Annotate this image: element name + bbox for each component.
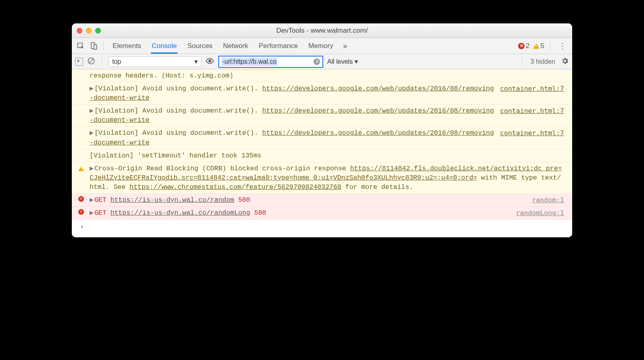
inspect-element-icon[interactable] xyxy=(75,40,86,52)
log-row: response headers. (Host: s.yimg.com) xyxy=(72,69,572,82)
source-link[interactable]: container.html:7 xyxy=(500,128,564,147)
error-url[interactable]: https://is-us-dyn.wal.co/randomLong xyxy=(111,209,251,217)
log-message: ▶GET https://is-us-dyn.wal.co/randomLong… xyxy=(90,208,512,218)
clear-console-icon[interactable] xyxy=(87,57,95,67)
log-row: [Violation] 'setTimeout' handler took 13… xyxy=(72,149,572,162)
context-value: top xyxy=(112,58,121,65)
log-row: ▶[Violation] Avoid using document.write(… xyxy=(72,127,572,149)
console-filterbar: top ▾ -url:https://b.wal.co ✕ All levels… xyxy=(72,54,572,69)
log-row: ✕ ▶GET https://is-us-dyn.wal.co/random 5… xyxy=(72,194,572,207)
corb-feature-link[interactable]: https://www.chromestatus.com/feature/562… xyxy=(130,183,341,191)
chevron-down-icon: ▾ xyxy=(194,58,198,65)
more-tabs-icon[interactable]: » xyxy=(343,41,347,50)
log-message: ▶[Violation] Avoid using document.write(… xyxy=(90,84,496,103)
tab-memory[interactable]: Memory xyxy=(307,38,334,54)
source-link[interactable]: randomLong:1 xyxy=(516,208,564,218)
filterbar-divider xyxy=(102,57,102,66)
log-row: ▶[Violation] Avoid using document.write(… xyxy=(72,105,572,127)
log-row: ▶Cross-Origin Read Blocking (CORB) block… xyxy=(72,162,572,194)
filter-input[interactable]: -url:https://b.wal.co ✕ xyxy=(218,56,323,68)
warning-icon xyxy=(533,43,539,49)
disclosure-triangle-icon[interactable]: ▶ xyxy=(90,165,94,172)
log-message: ▶GET https://is-us-dyn.wal.co/random 508 xyxy=(90,195,528,205)
log-message: response headers. (Host: s.yimg.com) xyxy=(90,71,564,80)
disclosure-triangle-icon[interactable]: ▶ xyxy=(90,85,94,92)
warning-icon xyxy=(78,165,84,174)
titlebar: DevTools - www.walmart.com/ xyxy=(72,23,572,38)
console-settings-icon[interactable] xyxy=(561,57,569,67)
error-count-badge[interactable]: ✕ 2 xyxy=(518,42,529,50)
error-url[interactable]: https://is-us-dyn.wal.co/random xyxy=(111,196,234,204)
log-message: [Violation] 'setTimeout' handler took 13… xyxy=(90,151,564,160)
error-icon: ✕ xyxy=(78,196,84,202)
warning-count: 5 xyxy=(541,42,544,50)
log-levels-selector[interactable]: All levels ▾ xyxy=(327,58,358,65)
prompt-chevron-icon: › xyxy=(80,222,84,230)
disclosure-triangle-icon[interactable]: ▶ xyxy=(90,107,94,115)
log-row: ✕ ▶GET https://is-us-dyn.wal.co/randomLo… xyxy=(72,207,572,220)
customize-menu-icon[interactable]: ⋮ xyxy=(556,41,569,51)
http-method: GET xyxy=(94,196,107,204)
error-icon: ✕ xyxy=(78,209,84,215)
http-status: 508 xyxy=(254,209,266,217)
error-icon: ✕ xyxy=(518,43,525,49)
source-link[interactable]: container.html:7 xyxy=(500,106,564,125)
main-toolbar: Elements Console Sources Network Perform… xyxy=(72,38,572,54)
source-link[interactable]: container.html:7 xyxy=(500,84,564,103)
log-message: ▶[Violation] Avoid using document.write(… xyxy=(90,128,496,147)
tab-network[interactable]: Network xyxy=(222,38,249,54)
tab-console[interactable]: Console xyxy=(151,38,178,54)
toggle-sidebar-icon[interactable] xyxy=(75,58,83,66)
error-count: 2 xyxy=(526,42,529,50)
disclosure-triangle-icon[interactable]: ▶ xyxy=(90,196,94,204)
toolbar-divider xyxy=(103,42,104,50)
warning-count-badge[interactable]: 5 xyxy=(533,42,544,50)
filter-text: -url:https://b.wal.co xyxy=(222,58,277,66)
log-message: ▶Cross-Origin Read Blocking (CORB) block… xyxy=(90,164,564,192)
devtools-window: DevTools - www.walmart.com/ Elements Con… xyxy=(72,23,572,237)
hidden-count[interactable]: 3 hidden xyxy=(531,58,555,65)
tab-sources[interactable]: Sources xyxy=(186,38,213,54)
svg-point-4 xyxy=(209,60,211,62)
source-link[interactable]: random:1 xyxy=(532,195,564,205)
disclosure-triangle-icon[interactable]: ▶ xyxy=(90,129,94,137)
log-row: ▶[Violation] Avoid using document.write(… xyxy=(72,82,572,105)
console-prompt[interactable]: › xyxy=(72,220,572,237)
http-status: 508 xyxy=(238,196,250,204)
tab-elements[interactable]: Elements xyxy=(112,38,142,54)
toolbar-divider xyxy=(550,42,550,50)
filterbar-divider xyxy=(522,57,523,66)
device-toolbar-icon[interactable] xyxy=(88,40,99,52)
console-output: response headers. (Host: s.yimg.com) ▶[V… xyxy=(72,69,572,237)
http-method: GET xyxy=(94,209,107,217)
clear-filter-icon[interactable]: ✕ xyxy=(314,59,320,65)
disclosure-triangle-icon[interactable]: ▶ xyxy=(90,209,94,217)
live-expression-icon[interactable] xyxy=(205,57,214,67)
tab-performance[interactable]: Performance xyxy=(258,38,299,54)
window-title: DevTools - www.walmart.com/ xyxy=(72,27,572,35)
context-selector[interactable]: top ▾ xyxy=(109,57,201,67)
log-message: ▶[Violation] Avoid using document.write(… xyxy=(90,106,496,125)
svg-rect-2 xyxy=(94,44,97,49)
panel-tabs: Elements Console Sources Network Perform… xyxy=(112,38,334,54)
